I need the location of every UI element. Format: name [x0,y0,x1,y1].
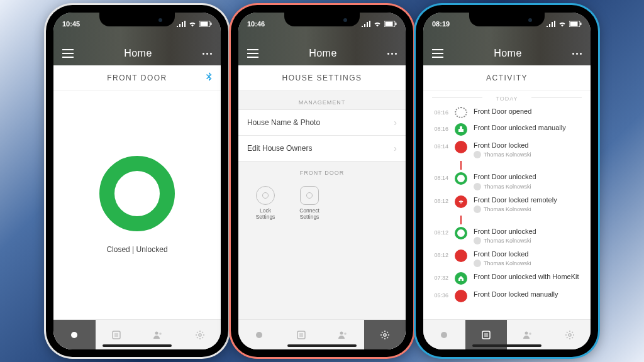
signal-icon [547,21,555,27]
menu-icon[interactable] [247,49,258,58]
screen: 10:46 Home HOUSE SETTINGS MANAGEMENT Hou… [238,13,406,349]
activity-row[interactable]: 08:16Front Door unlocked manually [430,121,582,138]
svg-point-9 [199,334,201,336]
wifi-icon [373,21,382,27]
tab-settings[interactable] [549,320,591,349]
more-icon[interactable] [203,49,212,58]
activity-time: 08:14 [430,172,448,181]
activity-list[interactable]: 08:16Front Door opened08:16Front Door un… [423,104,591,319]
activity-body: Front Door lockedThomas Kolnowski [474,141,582,158]
bluetooth-icon [206,72,212,83]
tab-home[interactable] [53,320,96,349]
activity-user: Thomas Kolnowski [474,260,582,267]
home-indicator[interactable] [287,344,357,347]
svg-point-27 [525,331,528,334]
activity-body: Front Door unlockedThomas Kolnowski [474,172,582,190]
page-title: ACTIVITY [423,65,591,90]
activity-body: Front Door opened [474,107,582,116]
tab-settings[interactable] [364,320,406,349]
activity-time: 08:16 [430,123,448,132]
status-icons [177,21,212,27]
activity-time: 08:12 [430,250,448,258]
notch [469,13,545,26]
settings-content: MANAGEMENT House Name & Photo › Edit Hou… [238,90,406,319]
door-open-icon [455,107,467,118]
menu-icon[interactable] [432,49,443,58]
activity-time: 08:14 [430,141,448,150]
lock-screen-content: Closed | Unlocked [53,90,221,319]
activity-title: Front Door locked [474,141,582,150]
status-icons [362,21,397,27]
home-indicator[interactable] [472,344,541,347]
header-title: Home [124,48,152,59]
tab-home[interactable] [238,320,280,349]
activity-title: Front Door opened [474,107,582,116]
screen: 08:19 Home ACTIVITY TODAY 08:16Front Doo… [423,13,591,349]
activity-time: 08:12 [430,195,448,204]
home-indicator[interactable] [103,344,172,347]
more-icon[interactable] [572,49,582,58]
svg-point-29 [569,334,571,336]
battery-icon [569,21,582,27]
svg-point-18 [344,332,347,335]
activity-body: Front Door unlocked with HomeKit [474,272,582,281]
battery-icon [199,21,212,27]
notch [284,13,360,26]
phone-frame-2: 10:46 Home HOUSE SETTINGS MANAGEMENT Hou… [231,5,413,357]
activity-row[interactable]: 07:32Front Door unlocked with HomeKit [430,270,582,287]
svg-point-17 [340,331,343,334]
activity-body: Front Door unlocked manually [474,123,582,132]
lock-status-text: Closed | Unlocked [106,245,167,254]
tab-settings[interactable] [179,320,221,349]
activity-body: Front Door unlockedThomas Kolnowski [474,227,582,244]
avatar-icon [474,183,481,190]
avatar-icon [474,237,481,244]
unlocked-icon [455,123,467,136]
status-icons [547,21,582,27]
unlocked-ring-icon [455,172,467,185]
svg-rect-12 [396,23,397,25]
header-title: Home [494,48,522,59]
activity-row[interactable]: 08:12Front Door locked remotelyThomas Ko… [430,193,582,216]
activity-user: Thomas Kolnowski [474,151,582,158]
activity-row[interactable]: 08:14Front Door unlockedThomas Kolnowski [430,170,582,192]
activity-row[interactable]: 08:12Front Door lockedThomas Kolnowski [430,247,582,270]
activity-title: Front Door locked [474,250,582,258]
row-house-name[interactable]: House Name & Photo › [238,109,406,136]
activity-title: Front Door locked remotely [474,195,582,204]
svg-rect-1 [201,22,208,26]
activity-user: Thomas Kolnowski [474,183,582,190]
activity-row[interactable]: 08:16Front Door opened [430,104,582,121]
tab-home[interactable] [423,320,465,349]
tile-connect-settings[interactable]: Connect Settings [294,186,325,220]
unlocked-ring-icon [455,227,467,239]
svg-rect-21 [570,22,578,26]
activity-content: TODAY 08:16Front Door opened08:16Front D… [423,90,591,319]
activity-row[interactable]: 08:12Front Door unlockedThomas Kolnowski [430,224,582,247]
activity-row[interactable]: 08:14Front Door lockedThomas Kolnowski [430,138,582,161]
signal-icon [177,21,186,27]
phone-frame-1: 10:45 Home FRONT DOOR Closed | Unloc [46,5,228,357]
row-edit-owners[interactable]: Edit House Owners › [238,135,406,162]
activity-body: Front Door lockedThomas Kolnowski [474,250,582,267]
activity-time: 07:32 [430,272,448,281]
locked-remote-icon [455,195,467,208]
activity-row[interactable]: 05:36Front Door locked manually [430,287,582,305]
activity-title: Front Door unlocked [474,227,582,236]
tile-lock-settings[interactable]: Lock Settings [250,186,281,220]
phone-frame-3: 08:19 Home ACTIVITY TODAY 08:16Front Doo… [416,5,598,357]
activity-time: 08:12 [430,227,448,236]
locked-icon [455,250,467,262]
status-time: 08:19 [432,20,450,28]
activity-body: Front Door locked manually [474,290,582,299]
more-icon[interactable] [387,49,397,58]
lock-ring[interactable] [99,156,175,231]
svg-point-19 [384,334,386,336]
chevron-right-icon: › [394,118,397,128]
day-label: TODAY [423,90,591,104]
connect-icon [300,186,319,205]
menu-icon[interactable] [62,49,74,58]
activity-user: Thomas Kolnowski [474,206,582,213]
screen: 10:45 Home FRONT DOOR Closed | Unloc [53,13,221,349]
timeline-segment [460,216,462,224]
